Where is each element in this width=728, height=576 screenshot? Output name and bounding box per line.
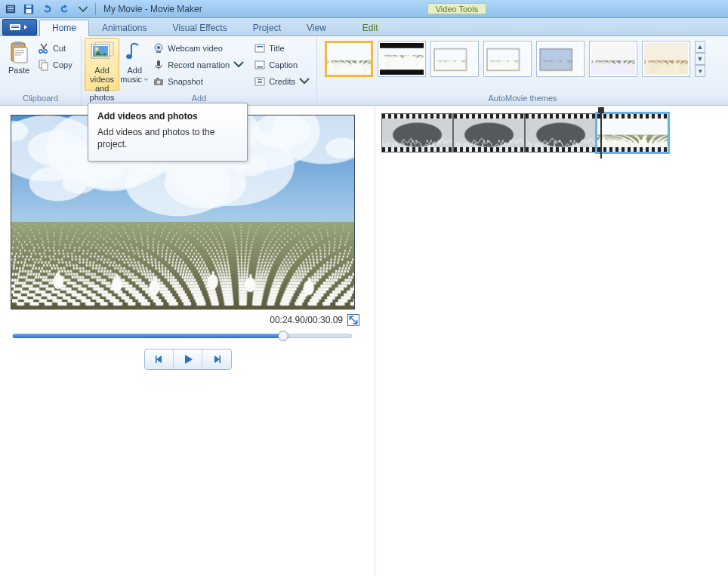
tooltip: Add videos and photos Add videos and pho…: [88, 103, 248, 162]
tooltip-body: Add videos and photos to the project.: [97, 126, 238, 150]
seek-thumb[interactable]: [278, 331, 288, 341]
svg-rect-15: [15, 54, 21, 56]
tab-edit[interactable]: Edit: [350, 20, 391, 36]
timeline-clip[interactable]: [525, 113, 597, 152]
svg-point-17: [44, 50, 47, 53]
timeline-pane[interactable]: [375, 106, 728, 576]
svg-rect-6: [26, 9, 32, 13]
credits-button[interactable]: Credits: [251, 74, 313, 89]
play-button[interactable]: [174, 350, 202, 369]
fullscreen-button[interactable]: [347, 314, 359, 326]
app-menu-icon[interactable]: [3, 2, 18, 16]
svg-rect-1: [8, 6, 14, 7]
group-add: Add videos and photos Add music Webcam v…: [82, 36, 317, 105]
paste-label: Paste: [8, 66, 29, 75]
svg-rect-31: [156, 78, 159, 79]
svg-rect-8: [11, 26, 19, 26]
title-label: Title: [269, 44, 284, 53]
cut-icon: [38, 42, 50, 54]
svg-rect-19: [42, 63, 48, 70]
svg-rect-35: [257, 66, 263, 68]
theme-cinematic[interactable]: [430, 41, 479, 77]
tab-home[interactable]: Home: [39, 20, 89, 36]
chevron-down-icon: [233, 59, 245, 71]
webcam-video-button[interactable]: Webcam video: [150, 41, 248, 56]
save-icon[interactable]: [21, 2, 36, 16]
svg-rect-27: [156, 51, 161, 53]
paste-button[interactable]: Paste: [3, 38, 35, 91]
caption-button[interactable]: Caption: [251, 57, 313, 72]
window-title: My Movie - Movie Maker: [103, 4, 202, 14]
svg-point-30: [157, 81, 161, 85]
gallery-more-button[interactable]: ▾: [695, 65, 705, 77]
tab-project[interactable]: Project: [240, 20, 294, 36]
music-icon: [122, 40, 147, 64]
svg-rect-11: [14, 42, 22, 45]
theme-fade[interactable]: [483, 41, 532, 77]
title-bar: My Movie - Movie Maker Video Tools: [0, 0, 728, 18]
automovie-group-label: AutoMovie themes: [320, 92, 725, 105]
copy-label: Copy: [53, 60, 72, 69]
title-button[interactable]: Title: [251, 41, 313, 56]
copy-button[interactable]: Copy: [35, 57, 76, 72]
theme-contemporary[interactable]: [378, 41, 426, 77]
add-videos-photos-button[interactable]: Add videos and photos: [85, 38, 119, 91]
paste-icon: [7, 40, 31, 64]
svg-rect-3: [8, 10, 14, 11]
svg-rect-13: [15, 50, 24, 51]
chevron-down-icon: [143, 77, 149, 82]
group-clipboard: Paste Cut Copy Clipboard: [0, 36, 82, 105]
copy-icon: [38, 59, 50, 71]
contextual-tab-header: Video Tools: [427, 3, 486, 14]
theme-sepia[interactable]: [642, 41, 690, 77]
clip-strip: [381, 113, 722, 154]
svg-rect-5: [26, 5, 32, 8]
timeline-clip[interactable]: [597, 113, 668, 152]
qat-more-icon[interactable]: [76, 2, 91, 16]
prev-frame-button[interactable]: [145, 350, 174, 369]
svg-rect-32: [255, 45, 264, 52]
camera-icon: [153, 75, 165, 88]
file-menu-button[interactable]: [2, 19, 37, 35]
tab-view[interactable]: View: [294, 20, 339, 36]
add-music-button[interactable]: Add music: [119, 38, 150, 91]
svg-point-26: [157, 46, 160, 49]
svg-rect-28: [157, 60, 160, 66]
group-automovie: ▲ ▼ ▾ AutoMovie themes: [317, 36, 728, 105]
cut-button[interactable]: Cut: [35, 41, 76, 56]
svg-rect-33: [257, 46, 263, 48]
theme-default[interactable]: [325, 41, 373, 77]
add-music-label2: music: [120, 75, 142, 84]
seek-bar[interactable]: [12, 334, 352, 338]
undo-icon[interactable]: [39, 2, 54, 16]
webcam-label: Webcam video: [168, 44, 223, 53]
svg-point-16: [39, 50, 42, 53]
timeline-clip[interactable]: [381, 113, 453, 152]
chevron-down-icon: [298, 75, 310, 88]
svg-rect-2: [8, 8, 14, 9]
timeline-playhead[interactable]: [600, 110, 602, 159]
timeline-clip[interactable]: [453, 113, 525, 152]
caption-label: Caption: [269, 60, 298, 69]
gallery-down-button[interactable]: ▼: [695, 53, 705, 65]
playback-time: 00:24.90/00:30.09: [270, 315, 343, 325]
redo-icon[interactable]: [57, 2, 72, 16]
next-frame-button[interactable]: [202, 350, 231, 369]
caption-icon: [254, 59, 266, 71]
gallery-up-button[interactable]: ▲: [695, 41, 705, 53]
record-narration-button[interactable]: Record narration: [150, 57, 248, 72]
svg-rect-41: [219, 356, 221, 363]
snapshot-label: Snapshot: [168, 77, 202, 86]
credits-icon: [254, 75, 266, 88]
snapshot-button[interactable]: Snapshot: [150, 74, 248, 89]
seek-fill: [13, 334, 283, 338]
microphone-icon: [153, 59, 165, 71]
theme-pan[interactable]: [536, 41, 585, 77]
tab-animations[interactable]: Animations: [89, 20, 159, 36]
theme-bw[interactable]: [589, 41, 637, 77]
title-icon: [254, 42, 266, 54]
svg-rect-39: [258, 82, 262, 83]
photos-icon: [90, 40, 114, 64]
svg-rect-9: [11, 27, 19, 28]
tab-visual-effects[interactable]: Visual Effects: [159, 20, 239, 36]
